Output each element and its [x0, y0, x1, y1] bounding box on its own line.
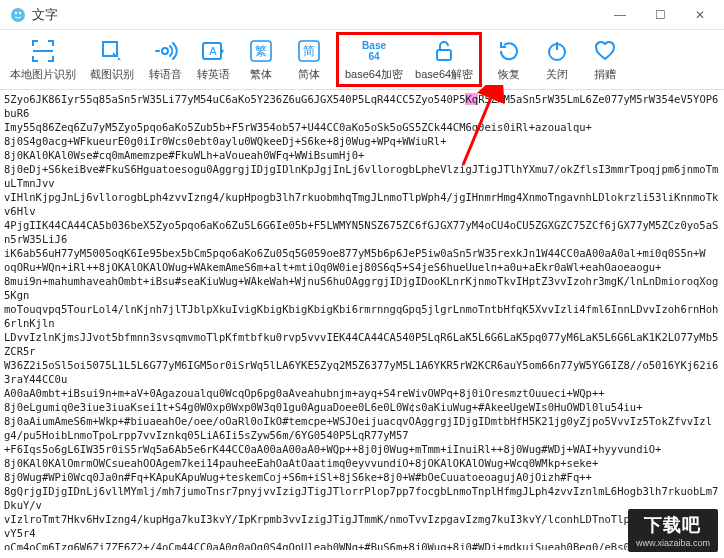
crop-icon — [98, 37, 126, 65]
svg-point-2 — [19, 11, 21, 13]
close-button[interactable]: ✕ — [680, 0, 720, 30]
simp-icon: 简 — [295, 37, 323, 65]
text-line: 8j0eDj+S6keiBve#FkuS6Hguatoesogu0AggrgjI… — [4, 162, 720, 190]
text-line: 8j0S4g0acg+WFkueurE0g0iIr0Wcs0ebt0aylu0W… — [4, 134, 720, 148]
svg-text:繁: 繁 — [255, 44, 267, 58]
text-line: iK6ab56uH77yM5005oqK6Ie95bex5bCm5pqo6aKo… — [4, 246, 720, 260]
refresh-icon — [495, 37, 523, 65]
power-icon — [543, 37, 571, 65]
text-line: 8j0Wug#WPi0Wcq0Ja0n#Fq+KApuKApuWug+teske… — [4, 470, 720, 484]
text-line: vIHlnKjpgJnLj6vllorogbLph4zvvIzng4/kupHp… — [4, 190, 720, 218]
text-line: LDvvIzlnKjmsJJvot5bfmnn3svsqmvmoTlpKfmtb… — [4, 330, 720, 358]
text-line: W36Z2i5oSl5oi5075L1L5L6G77yM6IGM5or0iSrW… — [4, 358, 720, 386]
text-line: 8j0KAl0KAl0Wse#cq0mAmemzpe#FkuWLh+aVouea… — [4, 148, 720, 162]
text-line: moTouqvpq5TourLol4/lnKjnh7jlTJblpXkuIvig… — [4, 302, 720, 330]
watermark-text: 下载吧 — [644, 513, 701, 537]
text-line: 8j0KAl0KAlOmrmOWCsueahOOAgem7kei14pauhee… — [4, 456, 720, 470]
text-line: oCm4oCm6Izg6W6Zi7ZE6Z2+/4oCm44CC0aA0g0aO… — [4, 540, 720, 550]
text-line: A00aA0mbt+iBsui9n+m+aV+0Agazoualqu0WcqOp… — [4, 386, 720, 400]
text-line: 8gQrjgIDjgIDnLj6vllMYmlj/mh7jumoTnsr7pny… — [4, 484, 720, 512]
screenshot-ocr-button[interactable]: 截图识别 — [84, 35, 140, 84]
text-line: 4PjgIIK44CA44CA5b036beX5Zyo5pqo6aKo6Zu5L… — [4, 218, 720, 246]
window-title: 文字 — [32, 6, 600, 24]
text-line: +F6Iqs5o6gL6IW35r0iS5rWq5a6Ab5e6rK44CC0a… — [4, 442, 720, 456]
tts-button[interactable]: 转语音 — [142, 35, 188, 84]
restore-button[interactable]: 恢复 — [486, 35, 532, 84]
text-line: g4/pu5HoibLnmoTpoLrpp7vvIznkq05LiA6Ii5sZ… — [4, 428, 720, 442]
text-line: vIzlroTmt7Hkv6HvIzng4/kupHga7kuI3kvY/IpK… — [4, 512, 720, 540]
watermark-url: www.xiazaiba.com — [636, 538, 710, 548]
translate-button[interactable]: A 转英语 — [190, 35, 236, 84]
base64-icon: Base 64 — [360, 37, 388, 65]
text-line: 8mui9n+mahumhaveahOmbt+iBsu#seaKiuWug+WA… — [4, 274, 720, 302]
scan-icon — [29, 37, 57, 65]
svg-text:简: 简 — [303, 44, 315, 58]
translate-icon: A — [199, 37, 227, 65]
traditional-button[interactable]: 繁 繁体 — [238, 35, 284, 84]
text-line: 5Zyo6JK86Iyr55q85aSn5rW35Li77yM54uC6aKo5… — [4, 92, 720, 120]
minimize-button[interactable]: — — [600, 0, 640, 30]
watermark: 下载吧 www.xiazaiba.com — [628, 509, 718, 552]
svg-text:A: A — [209, 45, 217, 57]
svg-rect-10 — [437, 50, 451, 60]
maximize-button[interactable]: ☐ — [640, 0, 680, 30]
text-content-area[interactable]: 5Zyo6JK86Iyr55q85aSn5rW35Li77yM54uC6aKo5… — [0, 90, 724, 550]
base64-encrypt-button[interactable]: Base 64 base64加密 — [339, 35, 409, 84]
simplified-button[interactable]: 简 简体 — [286, 35, 332, 84]
svg-point-0 — [11, 8, 25, 22]
unlock-icon — [430, 37, 458, 65]
sound-icon — [151, 37, 179, 65]
text-line: 8j0eLgumiq0e3iue3iuaKsei1t+S4g0W0xp0Wxp0… — [4, 400, 720, 414]
donate-button[interactable]: 捐赠 — [582, 35, 628, 84]
svg-point-1 — [15, 11, 17, 13]
text-line: 8j0aAiumAmeS6m+Wkp+#biuaeahOe/oee/oOaRl0… — [4, 414, 720, 428]
app-logo-icon — [10, 7, 26, 23]
text-line: Imy55q86Zeq6Zu7yM5Zyo5pqo6aKo5Zub5b+F5rW… — [4, 120, 720, 134]
base64-highlight-box: Base 64 base64加密 base64解密 — [336, 32, 482, 87]
base64-decrypt-button[interactable]: base64解密 — [409, 35, 479, 84]
tool-close-button[interactable]: 关闭 — [534, 35, 580, 84]
local-ocr-button[interactable]: 本地图片识别 — [4, 35, 82, 84]
trad-icon: 繁 — [247, 37, 275, 65]
text-line: oqORu+WQn+iRl++8jOKAlOKAlOWug+WAkemAmeS6… — [4, 260, 720, 274]
heart-icon — [591, 37, 619, 65]
